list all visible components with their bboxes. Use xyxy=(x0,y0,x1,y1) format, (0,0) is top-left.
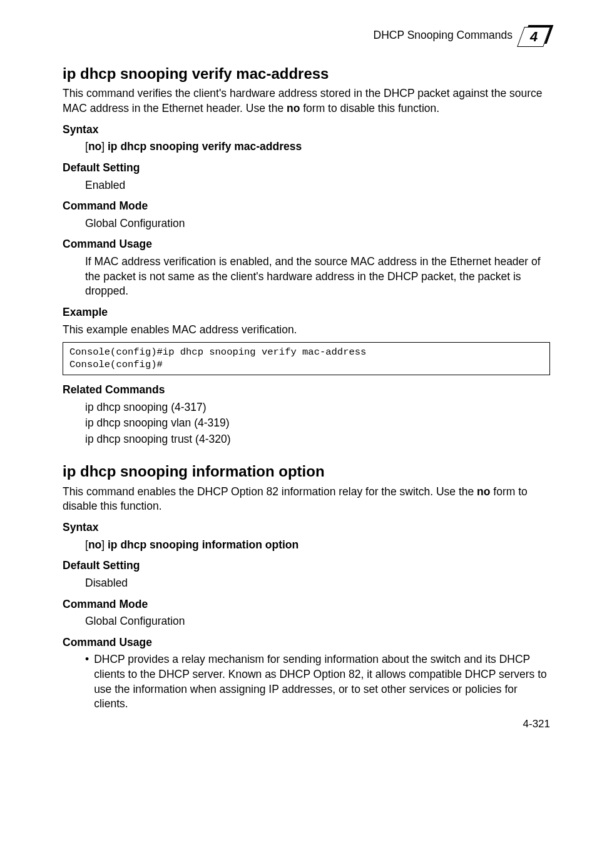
command-usage-label: Command Usage xyxy=(63,635,550,650)
syntax-command: ip dhcp snooping verify mac-address xyxy=(105,140,302,153)
example-label: Example xyxy=(63,305,550,320)
related-command-item: ip dhcp snooping vlan (4-319) xyxy=(85,416,550,431)
syntax-command: ip dhcp snooping information option xyxy=(105,538,298,551)
syntax-no: no xyxy=(88,538,101,551)
intro-text-bold-no: no xyxy=(477,485,490,498)
example-code-block: Console(config)#ip dhcp snooping verify … xyxy=(63,342,550,375)
running-title: DHCP Snooping Commands xyxy=(374,28,513,43)
page-header: DHCP Snooping Commands 4 xyxy=(63,25,550,46)
usage-bullet-item: • DHCP provides a relay mechanism for se… xyxy=(85,652,550,712)
default-setting-value: Enabled xyxy=(85,178,550,193)
syntax-line: [no] ip dhcp snooping verify mac-address xyxy=(85,139,550,154)
example-intro: This example enables MAC address verific… xyxy=(63,323,550,338)
intro-paragraph: This command verifies the client's hardw… xyxy=(63,86,550,116)
bullet-dot-icon: • xyxy=(85,652,89,712)
default-setting-label: Default Setting xyxy=(63,161,550,176)
command-mode-value: Global Configuration xyxy=(85,216,550,231)
section-title-verify-mac: ip dhcp snooping verify mac-address xyxy=(63,64,550,84)
intro-text-prefix: This command enables the DHCP Option 82 … xyxy=(63,485,477,498)
syntax-line: [no] ip dhcp snooping information option xyxy=(85,538,550,553)
default-setting-value: Disabled xyxy=(85,576,550,591)
command-mode-label: Command Mode xyxy=(63,199,550,214)
syntax-label: Syntax xyxy=(63,520,550,535)
syntax-label: Syntax xyxy=(63,123,550,138)
default-setting-label: Default Setting xyxy=(63,558,550,573)
section-title-info-option: ip dhcp snooping information option xyxy=(63,462,550,482)
usage-bullet-text: DHCP provides a relay mechanism for send… xyxy=(94,652,550,712)
intro-text-bold-no: no xyxy=(287,102,300,114)
intro-text-suffix: form to disable this function. xyxy=(300,102,439,114)
chapter-number: 4 xyxy=(530,28,538,46)
chapter-badge: 4 xyxy=(521,25,550,46)
syntax-no: no xyxy=(88,140,101,153)
command-usage-label: Command Usage xyxy=(63,237,550,252)
page-number: 4-321 xyxy=(523,717,550,732)
related-command-item: ip dhcp snooping trust (4-320) xyxy=(85,432,550,447)
command-mode-value: Global Configuration xyxy=(85,614,550,629)
related-command-item: ip dhcp snooping (4-317) xyxy=(85,400,550,415)
intro-paragraph: This command enables the DHCP Option 82 … xyxy=(63,485,550,514)
command-usage-text: If MAC address verification is enabled, … xyxy=(85,255,550,299)
command-mode-label: Command Mode xyxy=(63,597,550,612)
related-commands-label: Related Commands xyxy=(63,383,550,398)
